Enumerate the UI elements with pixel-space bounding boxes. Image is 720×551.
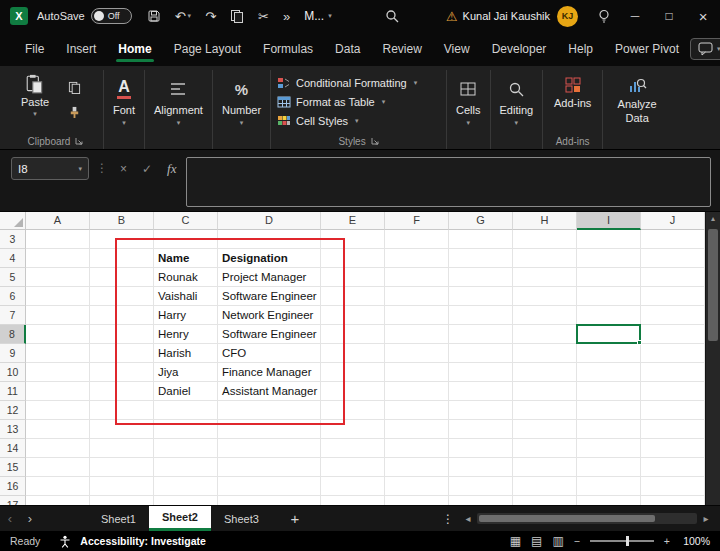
zoom-out-button[interactable]: − (574, 535, 580, 547)
warning-icon[interactable]: ⚠ (446, 9, 458, 24)
cancel-entry-button[interactable]: × (115, 157, 132, 180)
cell-D3[interactable] (218, 230, 321, 249)
page-layout-view-button[interactable]: ▤ (531, 534, 542, 548)
row-header-7[interactable]: 7 (0, 306, 26, 325)
cell-E10[interactable] (321, 363, 385, 382)
cell-J5[interactable] (641, 268, 705, 287)
cell-E8[interactable] (321, 325, 385, 344)
cell-A12[interactable] (26, 401, 90, 420)
column-header-B[interactable]: B (90, 212, 154, 230)
cell-D5[interactable]: Project Manager (218, 268, 321, 287)
cell-H3[interactable] (513, 230, 577, 249)
cell-G16[interactable] (449, 477, 513, 496)
cell-F15[interactable] (385, 458, 449, 477)
alignment-group-button[interactable]: Alignment ▾ (145, 70, 213, 149)
cell-J10[interactable] (641, 363, 705, 382)
cell-A5[interactable] (26, 268, 90, 287)
normal-view-button[interactable]: ▦ (510, 534, 521, 548)
cell-C8[interactable]: Henry (154, 325, 218, 344)
cell-C10[interactable]: Jiya (154, 363, 218, 382)
cell-G9[interactable] (449, 344, 513, 363)
cell-F17[interactable] (385, 496, 449, 505)
cell-C6[interactable]: Vaishali (154, 287, 218, 306)
scroll-left-icon[interactable]: ◂ (462, 513, 474, 524)
column-header-C[interactable]: C (154, 212, 218, 230)
sheet-menu-button[interactable]: ⋮ (436, 506, 460, 531)
cell-E6[interactable] (321, 287, 385, 306)
cell-H9[interactable] (513, 344, 577, 363)
cell-B10[interactable] (90, 363, 154, 382)
cell-E7[interactable] (321, 306, 385, 325)
format-as-table-button[interactable]: Format as Table ▾ (277, 92, 446, 111)
row-header-13[interactable]: 13 (0, 420, 26, 439)
conditional-formatting-button[interactable]: Conditional Formatting ▾ (277, 73, 446, 92)
cell-D10[interactable]: Finance Manager (218, 363, 321, 382)
cell-B14[interactable] (90, 439, 154, 458)
more-commands-button[interactable]: » (276, 0, 297, 32)
cell-G12[interactable] (449, 401, 513, 420)
cell-C3[interactable] (154, 230, 218, 249)
column-header-A[interactable]: A (26, 212, 90, 230)
cell-D6[interactable]: Software Engineer (218, 287, 321, 306)
vertical-scroll-thumb[interactable] (708, 229, 718, 341)
cell-B15[interactable] (90, 458, 154, 477)
menu-tab-page-layout[interactable]: Page Layout (163, 32, 252, 66)
cell-G14[interactable] (449, 439, 513, 458)
confirm-entry-button[interactable]: ✓ (137, 157, 157, 180)
sheet-tab-sheet2[interactable]: Sheet2 (149, 506, 211, 531)
row-header-14[interactable]: 14 (0, 439, 26, 458)
sheet-tab-sheet1[interactable]: Sheet1 (88, 506, 149, 531)
cell-A17[interactable] (26, 496, 90, 505)
redo-button[interactable]: ↷ (198, 0, 223, 32)
cells-group-button[interactable]: Cells ▾ (447, 70, 490, 149)
cell-B7[interactable] (90, 306, 154, 325)
cell-E11[interactable] (321, 382, 385, 401)
cell-G15[interactable] (449, 458, 513, 477)
cell-A6[interactable] (26, 287, 90, 306)
cell-I14[interactable] (577, 439, 641, 458)
cell-I5[interactable] (577, 268, 641, 287)
cell-A11[interactable] (26, 382, 90, 401)
menu-tab-view[interactable]: View (433, 32, 481, 66)
cell-D12[interactable] (218, 401, 321, 420)
cell-I7[interactable] (577, 306, 641, 325)
cell-G17[interactable] (449, 496, 513, 505)
sheet-nav-left-button[interactable]: ‹ (0, 506, 20, 531)
cell-J17[interactable] (641, 496, 705, 505)
format-painter-button[interactable] (64, 103, 84, 121)
zoom-in-button[interactable]: + (664, 535, 670, 547)
cell-G4[interactable] (449, 249, 513, 268)
cell-E15[interactable] (321, 458, 385, 477)
cell-I11[interactable] (577, 382, 641, 401)
column-header-E[interactable]: E (321, 212, 385, 230)
row-header-17[interactable]: 17 (0, 496, 26, 505)
cell-A15[interactable] (26, 458, 90, 477)
cut-button[interactable]: ✂ (251, 0, 276, 32)
user-name[interactable]: Kunal Jai Kaushik (463, 10, 550, 22)
menu-tab-formulas[interactable]: Formulas (252, 32, 324, 66)
cell-F3[interactable] (385, 230, 449, 249)
cell-B8[interactable] (90, 325, 154, 344)
cell-C13[interactable] (154, 420, 218, 439)
cell-A4[interactable] (26, 249, 90, 268)
cell-H4[interactable] (513, 249, 577, 268)
cell-H10[interactable] (513, 363, 577, 382)
cell-C12[interactable] (154, 401, 218, 420)
cell-C17[interactable] (154, 496, 218, 505)
cell-F4[interactable] (385, 249, 449, 268)
horizontal-scroll-thumb[interactable] (479, 515, 655, 522)
column-header-G[interactable]: G (449, 212, 513, 230)
row-header-3[interactable]: 3 (0, 230, 26, 249)
cell-J14[interactable] (641, 439, 705, 458)
sheet-nav-right-button[interactable]: › (20, 506, 40, 531)
cell-E3[interactable] (321, 230, 385, 249)
copy-button[interactable] (223, 0, 251, 32)
cell-F9[interactable] (385, 344, 449, 363)
copy-ribbon-button[interactable] (64, 78, 84, 96)
cell-D7[interactable]: Network Engineer (218, 306, 321, 325)
cell-D13[interactable] (218, 420, 321, 439)
cell-J7[interactable] (641, 306, 705, 325)
cell-J3[interactable] (641, 230, 705, 249)
menu-tab-help[interactable]: Help (557, 32, 604, 66)
cell-E14[interactable] (321, 439, 385, 458)
